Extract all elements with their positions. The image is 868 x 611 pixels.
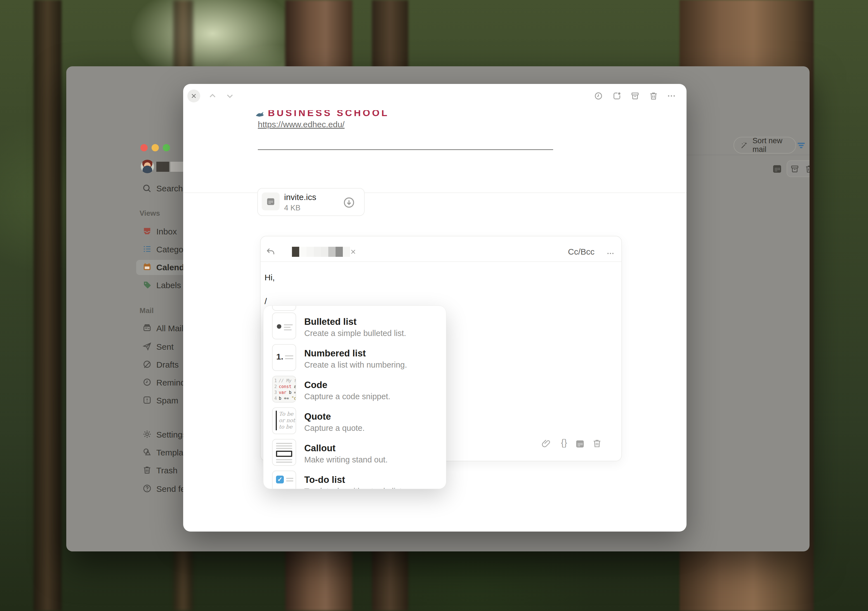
menu-item-quote[interactable]: To be or not to be Quote Capture a quote… [264,407,446,439]
help-icon [143,484,152,493]
filter-icon[interactable] [795,140,807,151]
todo-list-preview: ✓ [272,471,296,489]
todo-checkbox-icon: ✓ [276,476,284,484]
recipient-more-icon[interactable] [606,249,615,258]
gear-icon [143,429,152,439]
next-email-icon[interactable] [225,91,235,101]
download-icon[interactable] [343,196,355,209]
attachment-name: invite.ics [284,193,316,202]
calendar-icon [143,262,152,272]
reply-body-slash[interactable]: / [265,297,267,306]
sidebar-item-search[interactable]: Search [156,184,183,193]
redacted-recipient [299,247,307,257]
menu-item-todo-list[interactable]: ✓ To-do list Track tasks with a to-do li… [264,471,446,489]
code-braces-icon[interactable]: {} [558,437,570,449]
reply-arrow-icon [266,247,276,257]
reminders-icon [143,378,152,387]
attach-file-icon[interactable] [541,438,551,448]
sidebar-item-trash[interactable]: Trash [156,466,178,475]
trash-icon [143,465,152,475]
edhec-logo-text: BUSINESS SCHOOL [268,110,389,118]
attachment-card[interactable]: invite.ics 4 KB [257,188,365,216]
snooze-icon[interactable] [594,91,603,101]
sidebar-item-settings[interactable]: Settings [156,430,186,440]
inbox-icon [143,226,152,236]
close-email-button[interactable] [188,90,200,103]
sidebar-item-all-mail[interactable]: All Mail [156,324,183,333]
row-archive-icon[interactable] [790,164,800,174]
menu-item-bulleted-list[interactable]: Bulleted list Create a simple bulleted l… [264,312,446,344]
redacted-recipient [321,247,328,257]
edhec-logo-mark [255,111,267,118]
redacted-account-name [156,162,169,172]
ics-file-icon [262,193,280,210]
sort-new-mail-button[interactable]: Sort new mail [733,137,796,154]
redacted-recipient [292,247,299,257]
sidebar-item-spam[interactable]: Spam [156,396,178,405]
section-label-views: Views [140,209,160,218]
labels-icon [143,280,152,289]
reply-divider [260,261,622,262]
insert-calendar-icon[interactable] [575,438,585,449]
email-overlay: BUSINESS SCHOOL https://www.edhec.edu/ i… [183,84,687,532]
bulleted-list-preview [272,312,296,339]
mark-unread-icon[interactable] [612,91,622,101]
attachment-size: 4 KB [284,204,301,212]
numbered-list-preview: 1. [272,344,296,371]
redacted-recipient [307,247,314,257]
redacted-recipient [336,247,343,257]
code-preview: 1// My fi2const a3var b =4b += "or [272,376,296,403]
quote-preview: To be or not to be [272,407,296,434]
sidebar-item-drafts[interactable]: Drafts [156,360,179,370]
menu-item-code[interactable]: 1// My fi2const a3var b =4b += "or Code … [264,376,446,407]
sidebar-item-labels[interactable]: Labels [156,281,181,290]
row-calendar-icon[interactable] [772,163,783,174]
discard-draft-icon[interactable] [592,438,602,448]
spam-icon [143,395,152,405]
sent-icon [143,342,152,351]
close-window-button[interactable] [140,144,148,151]
redacted-account-name [170,162,185,172]
redacted-recipient [343,247,350,257]
zoom-window-button[interactable] [163,144,170,151]
remove-recipient-icon[interactable] [350,248,357,255]
section-label-mail: Mail [140,306,154,315]
reply-body-greeting[interactable]: Hi, [265,273,275,282]
search-icon [142,183,152,193]
redacted-recipient [314,247,321,257]
cc-bcc-toggle[interactable]: Cc/Bcc [568,247,595,257]
archive-icon[interactable] [630,91,640,101]
templates-icon [143,447,152,457]
sidebar-item-sent[interactable]: Sent [156,342,174,352]
scrolled-item-preview [272,306,296,311]
all-mail-icon [143,323,152,333]
slash-command-menu: Bulleted list Create a simple bulleted l… [263,306,446,489]
previous-email-icon[interactable] [208,91,217,101]
edhec-logo-clip: BUSINESS SCHOOL [268,110,408,118]
menu-item-callout[interactable]: Callout Make writing stand out. [264,439,446,471]
signature-divider [258,149,553,150]
sort-button-label: Sort new mail [753,137,795,154]
trash-email-icon[interactable] [649,91,658,101]
callout-preview [272,439,296,466]
minimize-window-button[interactable] [152,144,159,151]
avatar[interactable] [141,160,154,173]
menu-item-numbered-list[interactable]: 1. Numbered list Create a list with numb… [264,344,446,376]
more-options-icon[interactable] [666,91,676,101]
row-trash-icon[interactable] [804,164,809,174]
drafts-icon [143,359,152,369]
edhec-link[interactable]: https://www.edhec.edu/ [258,120,344,129]
categories-icon [143,244,152,254]
sidebar-item-inbox[interactable]: Inbox [156,227,177,236]
redacted-recipient [328,247,336,257]
sort-wand-icon [740,141,749,150]
